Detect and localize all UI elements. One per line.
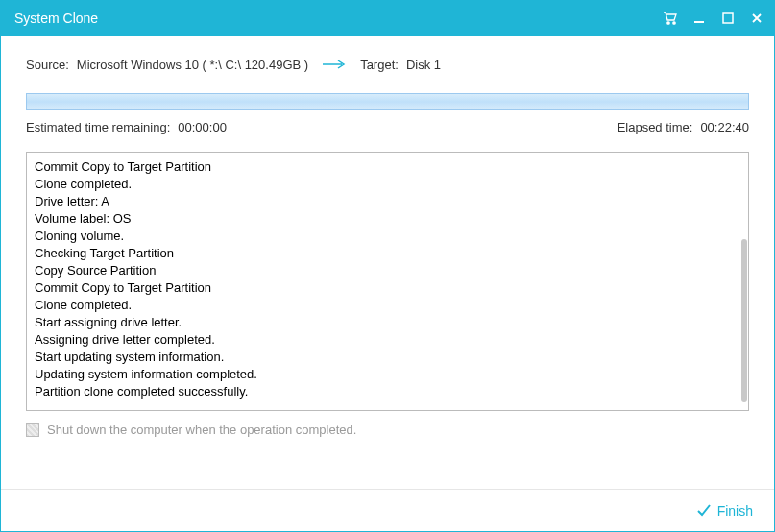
times-row: Estimated time remaining: 00:00:00 Elaps…	[26, 120, 749, 134]
log-line: Checking Target Partition	[35, 245, 740, 262]
content: Source: Microsoft Windows 10 ( *:\ C:\ 1…	[1, 36, 774, 489]
elapsed-value: 00:22:40	[700, 120, 749, 134]
scrollbar-thumb[interactable]	[741, 239, 747, 402]
log-line: Start updating system information.	[35, 349, 740, 366]
log-line: Start assigning drive letter.	[35, 314, 740, 331]
log-line: Commit Copy to Target Partition	[35, 279, 740, 297]
target-value: Disk 1	[406, 58, 441, 72]
progress-bar	[26, 93, 749, 110]
arrow-icon	[322, 58, 347, 72]
log-line: Volume label: OS	[35, 210, 740, 228]
log-line: Commit Copy to Target Partition	[35, 158, 740, 176]
log-line: Cloning volume.	[35, 228, 740, 245]
log-lines: Commit Copy to Target PartitionClone com…	[35, 158, 740, 400]
elapsed-time: Elapsed time: 00:22:40	[618, 120, 749, 134]
log-output: Commit Copy to Target PartitionClone com…	[26, 152, 749, 411]
log-line: Partition clone completed successfully.	[35, 383, 740, 400]
svg-rect-3	[723, 13, 733, 23]
shutdown-row: Shut down the computer when the operatio…	[26, 423, 749, 437]
source-label: Source:	[26, 58, 69, 72]
cart-icon[interactable]	[663, 11, 678, 26]
titlebar: System Clone	[1, 1, 774, 36]
target-label: Target:	[360, 58, 399, 72]
estimated-value: 00:00:00	[178, 120, 227, 134]
footer: Finish	[1, 489, 774, 531]
finish-button[interactable]: Finish	[696, 503, 753, 519]
minimize-button[interactable]	[691, 11, 707, 26]
window: System Clone Source: Microsoft W	[0, 0, 775, 532]
log-line: Updating system information completed.	[35, 366, 740, 383]
shutdown-label: Shut down the computer when the operatio…	[47, 423, 356, 437]
estimated-label: Estimated time remaining:	[26, 120, 170, 134]
window-title: System Clone	[14, 11, 663, 26]
svg-point-1	[673, 22, 675, 24]
svg-point-0	[667, 22, 669, 24]
log-line: Clone completed.	[35, 176, 740, 193]
shutdown-checkbox[interactable]	[26, 423, 39, 437]
elapsed-label: Elapsed time:	[618, 120, 693, 134]
close-button[interactable]	[749, 11, 764, 26]
svg-rect-2	[694, 21, 704, 23]
maximize-button[interactable]	[720, 11, 736, 26]
window-controls	[663, 11, 764, 26]
log-line: Copy Source Partition	[35, 262, 740, 279]
estimated-time: Estimated time remaining: 00:00:00	[26, 120, 227, 134]
log-line: Clone completed.	[35, 297, 740, 314]
log-line: Drive letter: A	[35, 193, 740, 210]
source-target-row: Source: Microsoft Windows 10 ( *:\ C:\ 1…	[26, 36, 749, 93]
source-value: Microsoft Windows 10 ( *:\ C:\ 120.49GB …	[77, 58, 308, 72]
finish-label: Finish	[717, 503, 753, 519]
log-line: Assigning drive letter completed.	[35, 331, 740, 349]
